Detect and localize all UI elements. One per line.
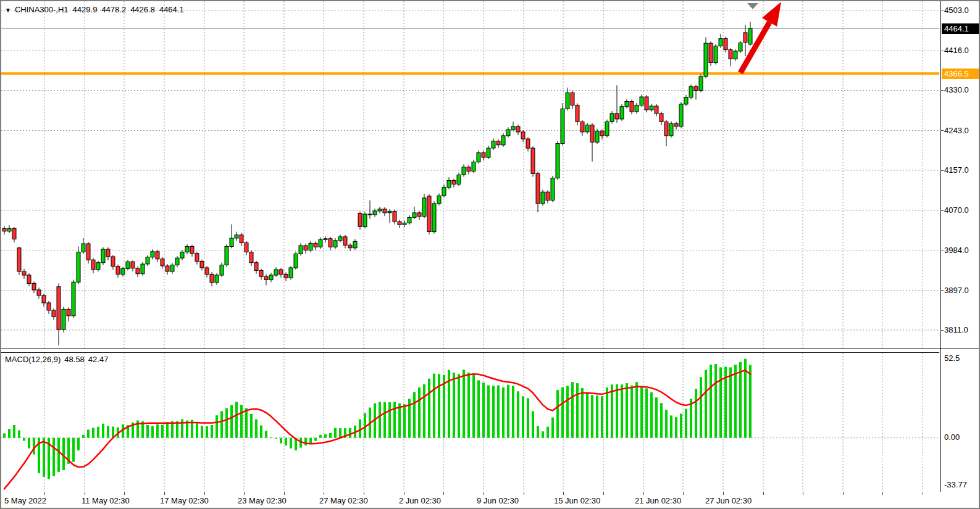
macd-histogram-bar <box>477 380 480 437</box>
macd-histogram-bar <box>245 408 248 438</box>
time-axis-tick <box>44 492 45 495</box>
macd-histogram-bar <box>507 385 509 438</box>
price-axis-tick <box>940 250 944 250</box>
macd-histogram-bar <box>28 438 30 449</box>
macd-histogram-bar <box>216 415 218 438</box>
macd-histogram-bar <box>220 411 223 437</box>
triangle-marker-icon[interactable] <box>747 3 758 9</box>
candle-body <box>615 114 619 119</box>
candle-body <box>556 144 559 178</box>
candle-body <box>180 252 184 259</box>
candle-body <box>541 192 545 204</box>
candle-body <box>472 162 475 172</box>
macd-histogram-bar <box>655 397 658 437</box>
macd-histogram-bar <box>240 405 243 438</box>
candle-body <box>679 104 683 126</box>
candle-body <box>185 247 189 252</box>
price-axis-tick <box>940 170 944 171</box>
macd-histogram-bar <box>319 435 322 438</box>
macd-histogram-bar <box>379 402 381 437</box>
macd-histogram-bar <box>43 438 45 477</box>
candle-body <box>719 39 722 46</box>
candle-body <box>462 167 466 175</box>
symbol-dropdown-icon[interactable]: ▼ <box>5 7 11 14</box>
time-axis-label: 27 Jun 02:30 <box>705 496 752 505</box>
candle-body <box>620 107 624 119</box>
candle-body <box>427 196 431 232</box>
candle-body <box>734 51 737 59</box>
macd-histogram-bar <box>616 384 618 438</box>
price-axis-tick <box>940 290 944 291</box>
time-axis-label: 27 May 02:30 <box>319 496 368 505</box>
macd-histogram-bar <box>156 424 159 438</box>
candle-body <box>496 141 500 145</box>
macd-histogram-bar <box>334 428 337 438</box>
candle-body <box>348 245 352 248</box>
time-axis-tick <box>723 492 724 495</box>
macd-histogram-bar <box>349 428 351 438</box>
candle-body <box>195 254 199 262</box>
candle-body <box>442 188 446 196</box>
price-chart-pane[interactable] <box>1 1 939 348</box>
candle-body <box>141 264 144 274</box>
arrow-annotation-shaft[interactable] <box>740 22 769 73</box>
price-axis-label: 4416.0 <box>944 46 969 55</box>
price-axis-tick <box>940 130 944 131</box>
candle-body <box>190 247 194 254</box>
candle-body <box>566 93 569 109</box>
arrow-annotation-head[interactable] <box>762 2 781 27</box>
time-axis-tick <box>524 492 524 495</box>
macd-histogram-bar <box>566 386 569 437</box>
macd-histogram-bar <box>87 430 90 438</box>
candle-body <box>684 97 688 104</box>
macd-histogram-bar <box>517 391 519 437</box>
candle-body <box>225 247 228 265</box>
candle-body <box>274 270 278 275</box>
candle-body <box>422 198 426 217</box>
candle-body <box>655 106 658 114</box>
macd-histogram-bar <box>57 438 60 472</box>
ohlc-close: 4464.1 <box>159 5 184 14</box>
candle-body <box>724 39 727 50</box>
candle-body <box>259 271 263 277</box>
candle-body <box>37 290 41 296</box>
price-axis-label: 4503.0 <box>944 6 969 15</box>
pane-separator[interactable] <box>1 348 979 349</box>
macd-histogram-bar <box>635 382 638 438</box>
candle-body <box>269 275 273 280</box>
macd-histogram-bar <box>532 411 534 437</box>
candle-body <box>52 310 56 317</box>
candle-body <box>264 276 268 279</box>
price-axis-label: 4157.0 <box>944 165 969 175</box>
candle-body <box>22 271 26 275</box>
candle-body <box>284 274 288 278</box>
macd-histogram-bar <box>82 435 85 438</box>
candle-body <box>739 43 742 51</box>
macd-histogram-bar <box>265 431 267 437</box>
macd-histogram-bar <box>739 362 742 438</box>
candle-body <box>729 50 732 59</box>
horizontal-level-line[interactable] <box>1 72 939 75</box>
candle-body <box>279 270 283 275</box>
candle-body <box>136 268 140 274</box>
candle-body <box>27 275 31 284</box>
macd-histogram-bar <box>606 387 608 438</box>
ohlc-high: 4478.2 <box>101 5 126 14</box>
macd-histogram-bar <box>571 382 574 438</box>
candle-body <box>595 131 599 142</box>
macd-histogram-bar <box>556 390 559 438</box>
candle-body <box>175 258 179 265</box>
candle-body <box>235 235 238 238</box>
macd-histogram-bar <box>383 402 386 438</box>
candle-body <box>170 265 174 272</box>
macd-histogram-bar <box>52 438 55 476</box>
candle-body <box>447 181 451 188</box>
macd-histogram-bar <box>225 408 228 438</box>
candle-body <box>630 102 634 112</box>
macd-histogram-bar <box>339 428 341 438</box>
macd-histogram-bar <box>497 386 500 438</box>
time-axis[interactable]: 5 May 202211 May 02:3017 May 02:3023 May… <box>1 492 979 508</box>
macd-histogram-bar <box>670 415 672 437</box>
price-axis-border <box>940 1 941 492</box>
macd-indicator-pane[interactable] <box>1 352 939 492</box>
